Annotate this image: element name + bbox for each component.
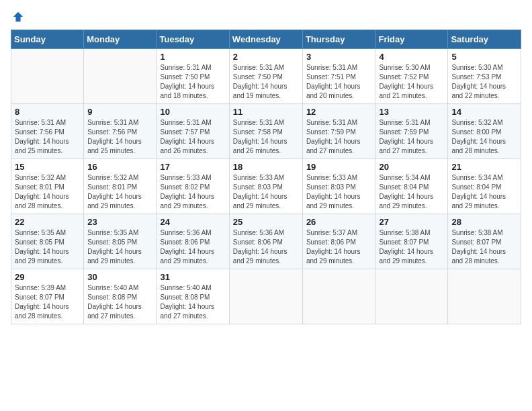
day-number: 22 — [15, 217, 80, 227]
day-number: 13 — [379, 107, 444, 117]
empty-cell — [302, 269, 375, 324]
day-info: Sunrise: 5:32 AMSunset: 8:00 PMDaylight:… — [451, 118, 517, 156]
day-number: 23 — [87, 217, 152, 227]
col-header-wednesday: Wednesday — [229, 30, 302, 49]
calendar-day-cell: 4Sunrise: 5:30 AMSunset: 7:52 PMDaylight… — [375, 49, 448, 104]
day-info: Sunrise: 5:34 AMSunset: 8:04 PMDaylight:… — [379, 173, 444, 211]
day-number: 20 — [379, 162, 444, 172]
calendar-day-cell: 22Sunrise: 5:35 AMSunset: 8:05 PMDayligh… — [11, 214, 84, 269]
day-number: 14 — [451, 107, 517, 117]
calendar-day-cell: 19Sunrise: 5:33 AMSunset: 8:03 PMDayligh… — [302, 159, 375, 214]
day-info: Sunrise: 5:40 AMSunset: 8:08 PMDaylight:… — [160, 283, 225, 321]
day-info: Sunrise: 5:30 AMSunset: 7:53 PMDaylight:… — [451, 63, 517, 101]
calendar-day-cell: 31Sunrise: 5:40 AMSunset: 8:08 PMDayligh… — [157, 269, 229, 324]
empty-cell — [448, 269, 521, 324]
day-info: Sunrise: 5:33 AMSunset: 8:03 PMDaylight:… — [306, 173, 372, 211]
col-header-sunday: Sunday — [11, 30, 84, 49]
calendar-day-cell: 9Sunrise: 5:31 AMSunset: 7:56 PMDaylight… — [84, 104, 157, 159]
day-number: 15 — [15, 162, 80, 172]
calendar-week-row: 1Sunrise: 5:31 AMSunset: 7:50 PMDaylight… — [11, 49, 521, 104]
day-info: Sunrise: 5:35 AMSunset: 8:05 PMDaylight:… — [87, 228, 152, 266]
day-info: Sunrise: 5:30 AMSunset: 7:52 PMDaylight:… — [379, 63, 444, 101]
empty-cell — [229, 269, 302, 324]
day-info: Sunrise: 5:33 AMSunset: 8:02 PMDaylight:… — [160, 173, 225, 211]
day-number: 2 — [233, 52, 299, 62]
logo-icon — [12, 11, 24, 23]
calendar-week-row: 15Sunrise: 5:32 AMSunset: 8:01 PMDayligh… — [11, 159, 521, 214]
day-info: Sunrise: 5:31 AMSunset: 7:56 PMDaylight:… — [87, 118, 152, 156]
day-info: Sunrise: 5:31 AMSunset: 7:58 PMDaylight:… — [233, 118, 299, 156]
day-number: 30 — [87, 272, 152, 282]
col-header-monday: Monday — [84, 30, 157, 49]
calendar-week-row: 8Sunrise: 5:31 AMSunset: 7:56 PMDaylight… — [11, 104, 521, 159]
day-info: Sunrise: 5:32 AMSunset: 8:01 PMDaylight:… — [15, 173, 80, 211]
day-number: 4 — [379, 52, 444, 62]
day-number: 12 — [306, 107, 372, 117]
calendar-day-cell: 3Sunrise: 5:31 AMSunset: 7:51 PMDaylight… — [302, 49, 375, 104]
day-number: 10 — [160, 107, 225, 117]
empty-cell — [11, 49, 84, 104]
day-number: 18 — [233, 162, 299, 172]
calendar-day-cell: 17Sunrise: 5:33 AMSunset: 8:02 PMDayligh… — [157, 159, 229, 214]
calendar-day-cell: 26Sunrise: 5:37 AMSunset: 8:06 PMDayligh… — [302, 214, 375, 269]
calendar-day-cell: 20Sunrise: 5:34 AMSunset: 8:04 PMDayligh… — [375, 159, 448, 214]
day-info: Sunrise: 5:38 AMSunset: 8:07 PMDaylight:… — [379, 228, 444, 266]
day-number: 28 — [451, 217, 517, 227]
day-number: 26 — [306, 217, 372, 227]
calendar-day-cell: 12Sunrise: 5:31 AMSunset: 7:59 PMDayligh… — [302, 104, 375, 159]
calendar-day-cell: 13Sunrise: 5:31 AMSunset: 7:59 PMDayligh… — [375, 104, 448, 159]
calendar-header-row: SundayMondayTuesdayWednesdayThursdayFrid… — [11, 30, 521, 49]
day-info: Sunrise: 5:40 AMSunset: 8:08 PMDaylight:… — [87, 283, 152, 321]
calendar-day-cell: 18Sunrise: 5:33 AMSunset: 8:03 PMDayligh… — [229, 159, 302, 214]
empty-cell — [84, 49, 157, 104]
calendar-day-cell: 28Sunrise: 5:38 AMSunset: 8:07 PMDayligh… — [448, 214, 521, 269]
day-info: Sunrise: 5:31 AMSunset: 7:50 PMDaylight:… — [160, 63, 225, 101]
day-info: Sunrise: 5:35 AMSunset: 8:05 PMDaylight:… — [15, 228, 80, 266]
day-number: 16 — [87, 162, 152, 172]
day-number: 11 — [233, 107, 299, 117]
calendar-day-cell: 2Sunrise: 5:31 AMSunset: 7:50 PMDaylight… — [229, 49, 302, 104]
calendar-day-cell: 29Sunrise: 5:39 AMSunset: 8:07 PMDayligh… — [11, 269, 84, 324]
day-number: 25 — [233, 217, 299, 227]
day-info: Sunrise: 5:36 AMSunset: 8:06 PMDaylight:… — [160, 228, 225, 266]
calendar-day-cell: 8Sunrise: 5:31 AMSunset: 7:56 PMDaylight… — [11, 104, 84, 159]
day-info: Sunrise: 5:33 AMSunset: 8:03 PMDaylight:… — [233, 173, 299, 211]
calendar-day-cell: 11Sunrise: 5:31 AMSunset: 7:58 PMDayligh… — [229, 104, 302, 159]
day-info: Sunrise: 5:38 AMSunset: 8:07 PMDaylight:… — [451, 228, 517, 266]
day-number: 19 — [306, 162, 372, 172]
calendar-day-cell: 30Sunrise: 5:40 AMSunset: 8:08 PMDayligh… — [84, 269, 157, 324]
day-number: 24 — [160, 217, 225, 227]
day-info: Sunrise: 5:36 AMSunset: 8:06 PMDaylight:… — [233, 228, 299, 266]
logo — [11, 11, 24, 23]
calendar-day-cell: 24Sunrise: 5:36 AMSunset: 8:06 PMDayligh… — [157, 214, 229, 269]
calendar: SundayMondayTuesdayWednesdayThursdayFrid… — [11, 30, 521, 324]
day-info: Sunrise: 5:31 AMSunset: 7:50 PMDaylight:… — [233, 63, 299, 101]
calendar-day-cell: 23Sunrise: 5:35 AMSunset: 8:05 PMDayligh… — [84, 214, 157, 269]
day-number: 27 — [379, 217, 444, 227]
day-info: Sunrise: 5:31 AMSunset: 7:59 PMDaylight:… — [306, 118, 372, 156]
svg-marker-0 — [13, 12, 23, 21]
day-info: Sunrise: 5:34 AMSunset: 8:04 PMDaylight:… — [451, 173, 517, 211]
day-number: 1 — [160, 52, 225, 62]
day-info: Sunrise: 5:31 AMSunset: 7:59 PMDaylight:… — [379, 118, 444, 156]
calendar-week-row: 29Sunrise: 5:39 AMSunset: 8:07 PMDayligh… — [11, 269, 521, 324]
day-info: Sunrise: 5:31 AMSunset: 7:57 PMDaylight:… — [160, 118, 225, 156]
col-header-friday: Friday — [375, 30, 448, 49]
day-number: 21 — [451, 162, 517, 172]
day-info: Sunrise: 5:31 AMSunset: 7:51 PMDaylight:… — [306, 63, 372, 101]
day-info: Sunrise: 5:31 AMSunset: 7:56 PMDaylight:… — [15, 118, 80, 156]
calendar-day-cell: 15Sunrise: 5:32 AMSunset: 8:01 PMDayligh… — [11, 159, 84, 214]
day-number: 9 — [87, 107, 152, 117]
calendar-day-cell: 25Sunrise: 5:36 AMSunset: 8:06 PMDayligh… — [229, 214, 302, 269]
col-header-saturday: Saturday — [448, 30, 521, 49]
day-number: 8 — [15, 107, 80, 117]
calendar-day-cell: 14Sunrise: 5:32 AMSunset: 8:00 PMDayligh… — [448, 104, 521, 159]
col-header-thursday: Thursday — [302, 30, 375, 49]
col-header-tuesday: Tuesday — [157, 30, 229, 49]
calendar-day-cell: 21Sunrise: 5:34 AMSunset: 8:04 PMDayligh… — [448, 159, 521, 214]
calendar-day-cell: 10Sunrise: 5:31 AMSunset: 7:57 PMDayligh… — [157, 104, 229, 159]
day-number: 5 — [451, 52, 517, 62]
calendar-day-cell: 27Sunrise: 5:38 AMSunset: 8:07 PMDayligh… — [375, 214, 448, 269]
day-number: 29 — [15, 272, 80, 282]
calendar-week-row: 22Sunrise: 5:35 AMSunset: 8:05 PMDayligh… — [11, 214, 521, 269]
